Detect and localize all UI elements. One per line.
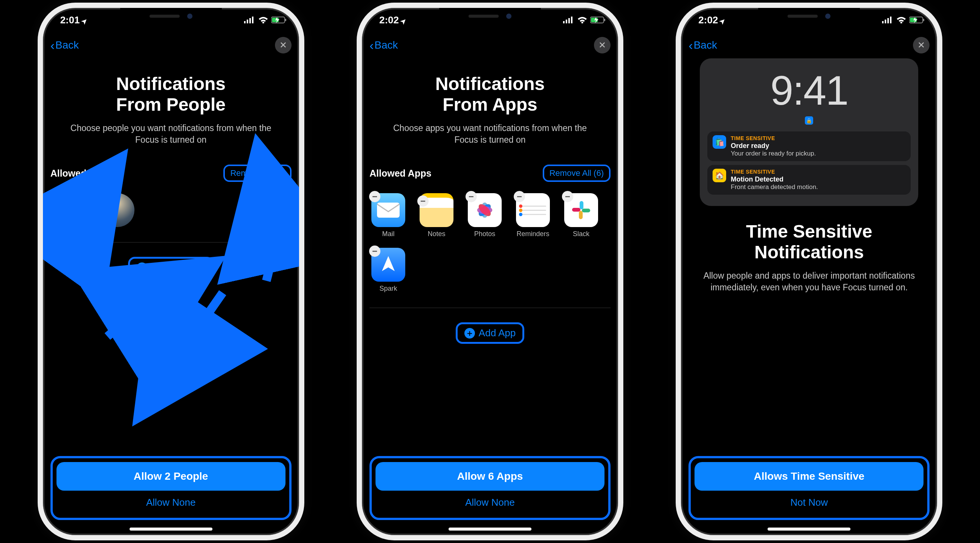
app-item-reminders[interactable]: − Reminders [514,193,552,238]
home-indicator[interactable] [449,527,531,530]
home-icon: 🏠 [713,169,726,182]
back-label: Back [694,39,717,51]
svg-rect-1 [247,19,248,23]
divider [51,242,291,243]
notification-card: 🏠 TIME SENSITIVE Motion Detected Front c… [707,165,911,195]
location-icon [401,14,406,26]
avatar: − [100,193,134,227]
battery-charging-icon [271,16,287,24]
bottom-actions: Allow 6 Apps Allow None [369,456,611,520]
svg-rect-29 [882,21,884,23]
app-label: Reminders [516,230,549,238]
remove-badge-icon[interactable]: − [417,195,429,207]
add-contact-button[interactable]: ＋ Add Contact [128,257,213,278]
nav-bar: ‹ Back ✕ [43,32,299,58]
svg-point-12 [581,22,583,24]
notif-title: Motion Detected [731,175,905,183]
back-button[interactable]: ‹ Back [51,38,79,53]
time-sensitive-preview: 9:41 🔒 🛍️ TIME SENSITIVE Order ready You… [700,58,918,206]
notif-tag: TIME SENSITIVE [731,135,905,141]
home-indicator[interactable] [768,527,850,530]
allow-apps-button[interactable]: Allow 6 Apps [375,462,605,491]
slack-icon: − [564,193,598,227]
svg-rect-0 [244,21,245,23]
app-item-photos[interactable]: − Photos [466,193,504,238]
plus-circle-icon: ＋ [465,328,475,338]
notes-icon: − [420,193,453,227]
status-time: 2:02 [379,14,399,26]
svg-rect-31 [887,18,889,23]
svg-rect-10 [568,18,570,23]
close-button[interactable]: ✕ [594,37,611,54]
nav-bar: ‹ Back ✕ [681,32,937,58]
allow-people-button[interactable]: Allow 2 People [57,462,285,491]
plus-circle-icon: ＋ [137,262,147,273]
home-indicator[interactable] [130,527,212,530]
back-label: Back [56,39,79,51]
phone-time-sensitive: 2:02 ‹ Back ✕ 9:41 🔒 🛍️ [676,3,942,540]
app-label: Photos [474,230,495,238]
add-contact-label: Add Contact [151,262,205,273]
close-button[interactable]: ✕ [275,37,291,54]
location-icon [82,14,88,26]
bottom-actions: Allow 2 People Allow None [51,456,291,520]
bag-icon: 🛍️ [713,135,726,149]
add-app-label: Add App [479,327,515,339]
allow-time-sensitive-button[interactable]: Allows Time Sensitive [695,462,923,491]
allow-none-button[interactable]: Allow None [57,491,285,514]
reminders-icon: − [516,193,550,227]
svg-rect-8 [563,21,565,23]
nav-bar: ‹ Back ✕ [362,32,618,58]
mail-icon: − [371,193,405,227]
location-icon [720,14,725,26]
remove-all-button[interactable]: Remove All (6) [543,165,611,182]
page-title: Notifications From Apps [377,73,603,115]
app-label: Slack [573,230,589,238]
app-label: Mail [382,230,395,238]
preview-clock: 9:41 [770,70,848,111]
add-app-button[interactable]: ＋ Add App [456,322,524,344]
remove-all-button[interactable]: Remove All (2) [223,165,291,182]
notif-text: Your order is ready for pickup. [731,150,905,157]
allow-none-button[interactable]: Allow None [375,491,605,514]
allowed-people-grid: − − [51,189,291,238]
spark-icon: − [371,248,405,282]
page-subtitle: Choose people you want notifications fro… [62,122,280,146]
person-item[interactable]: − [51,193,88,227]
remove-badge-icon[interactable]: − [50,191,61,202]
bottom-actions: Allows Time Sensitive Not Now [689,456,929,520]
back-button[interactable]: ‹ Back [689,38,717,53]
focus-badge-icon: 🔒 [805,116,813,125]
notif-title: Order ready [731,142,905,150]
svg-rect-15 [604,19,605,21]
app-item-mail[interactable]: − Mail [369,193,407,238]
svg-rect-27 [579,211,583,219]
page-title: Time Sensitive Notifications [696,221,922,262]
svg-rect-16 [377,203,399,218]
person-item[interactable]: − [99,193,136,227]
app-item-slack[interactable]: − Slack [562,193,600,238]
svg-rect-30 [885,19,886,23]
app-item-spark[interactable]: − Spark [369,248,407,292]
not-now-button[interactable]: Not Now [695,491,923,514]
wifi-icon [896,17,906,23]
chevron-left-icon: ‹ [51,38,55,53]
close-button[interactable]: ✕ [913,37,929,54]
battery-charging-icon [590,16,606,24]
cellular-signal-icon [244,17,255,23]
wifi-icon [578,17,587,23]
svg-rect-7 [285,19,286,21]
app-label: Spark [379,285,397,292]
svg-point-4 [262,22,264,24]
notif-text: Front camera detected motion. [731,183,905,191]
app-item-notes[interactable]: − Notes [418,193,455,238]
close-icon: ✕ [280,40,287,51]
app-label: Notes [428,230,445,238]
allowed-apps-label: Allowed Apps [369,168,431,179]
svg-rect-25 [580,201,584,210]
back-button[interactable]: ‹ Back [369,38,398,53]
close-icon: ✕ [918,40,925,51]
remove-badge-icon[interactable]: − [369,191,380,202]
remove-badge-icon[interactable]: − [514,191,525,202]
remove-badge-icon[interactable]: − [98,191,110,202]
